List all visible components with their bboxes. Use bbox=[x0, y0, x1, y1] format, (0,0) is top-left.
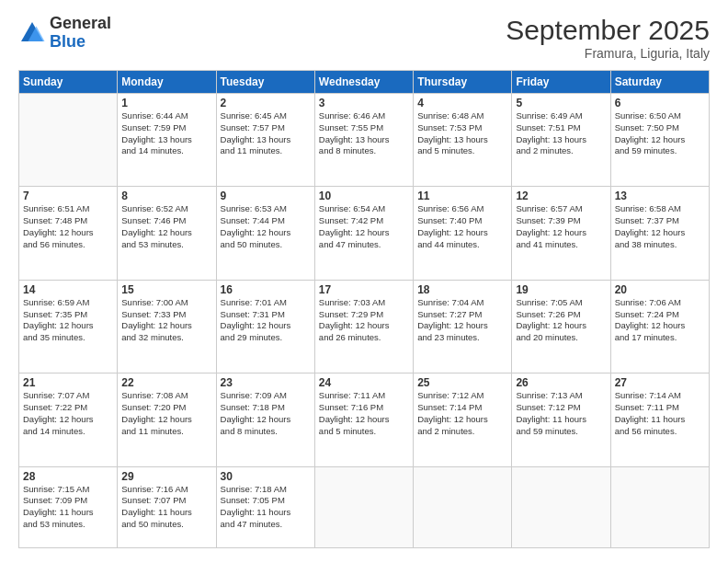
calendar-cell: 20Sunrise: 7:06 AMSunset: 7:24 PMDayligh… bbox=[610, 280, 709, 373]
day-number: 8 bbox=[121, 190, 211, 202]
day-number: 10 bbox=[319, 190, 409, 202]
calendar-cell: 3Sunrise: 6:46 AMSunset: 7:55 PMDaylight… bbox=[314, 94, 413, 187]
calendar-cell: 30Sunrise: 7:18 AMSunset: 7:05 PMDayligh… bbox=[216, 466, 314, 547]
logo-text: General Blue bbox=[50, 15, 111, 52]
day-info: Sunrise: 6:44 AMSunset: 7:59 PMDaylight:… bbox=[121, 110, 211, 157]
logo-icon bbox=[18, 19, 46, 47]
day-info: Sunrise: 6:48 AMSunset: 7:53 PMDaylight:… bbox=[417, 110, 507, 157]
day-number: 21 bbox=[23, 376, 113, 389]
calendar-cell: 12Sunrise: 6:57 AMSunset: 7:39 PMDayligh… bbox=[512, 187, 610, 280]
calendar-cell: 14Sunrise: 6:59 AMSunset: 7:35 PMDayligh… bbox=[19, 280, 118, 373]
location-subtitle: Framura, Liguria, Italy bbox=[506, 46, 710, 61]
calendar-cell: 1Sunrise: 6:44 AMSunset: 7:59 PMDaylight… bbox=[118, 94, 216, 187]
day-info: Sunrise: 7:06 AMSunset: 7:24 PMDaylight:… bbox=[615, 297, 705, 344]
day-number: 2 bbox=[221, 97, 311, 109]
calendar-cell: 24Sunrise: 7:11 AMSunset: 7:16 PMDayligh… bbox=[314, 373, 413, 466]
day-info: Sunrise: 7:12 AMSunset: 7:14 PMDaylight:… bbox=[417, 390, 507, 437]
calendar-cell bbox=[19, 94, 118, 187]
day-number: 30 bbox=[221, 470, 311, 483]
weekday-header-sunday: Sunday bbox=[19, 71, 118, 94]
day-number: 25 bbox=[417, 376, 507, 389]
day-info: Sunrise: 7:07 AMSunset: 7:22 PMDaylight:… bbox=[23, 390, 113, 437]
weekday-header-row: SundayMondayTuesdayWednesdayThursdayFrid… bbox=[19, 71, 710, 94]
day-number: 9 bbox=[221, 190, 311, 202]
day-info: Sunrise: 7:18 AMSunset: 7:05 PMDaylight:… bbox=[221, 484, 311, 531]
day-info: Sunrise: 6:49 AMSunset: 7:51 PMDaylight:… bbox=[516, 110, 606, 157]
day-number: 18 bbox=[417, 283, 507, 296]
day-number: 17 bbox=[319, 283, 409, 296]
calendar-cell: 17Sunrise: 7:03 AMSunset: 7:29 PMDayligh… bbox=[314, 280, 413, 373]
calendar-cell: 9Sunrise: 6:53 AMSunset: 7:44 PMDaylight… bbox=[216, 187, 314, 280]
day-number: 22 bbox=[121, 376, 211, 389]
month-title: September 2025 bbox=[506, 15, 710, 46]
week-row-3: 14Sunrise: 6:59 AMSunset: 7:35 PMDayligh… bbox=[19, 280, 710, 373]
week-row-1: 1Sunrise: 6:44 AMSunset: 7:59 PMDaylight… bbox=[19, 94, 710, 187]
day-info: Sunrise: 6:51 AMSunset: 7:48 PMDaylight:… bbox=[23, 203, 113, 250]
day-number: 11 bbox=[417, 190, 507, 202]
day-number: 28 bbox=[23, 470, 113, 483]
weekday-header-wednesday: Wednesday bbox=[314, 71, 413, 94]
weekday-header-tuesday: Tuesday bbox=[216, 71, 314, 94]
calendar-cell bbox=[512, 466, 610, 547]
day-info: Sunrise: 6:58 AMSunset: 7:37 PMDaylight:… bbox=[615, 203, 705, 250]
calendar-cell bbox=[414, 466, 512, 547]
day-number: 5 bbox=[516, 97, 606, 109]
day-info: Sunrise: 6:56 AMSunset: 7:40 PMDaylight:… bbox=[417, 203, 507, 250]
calendar-cell: 8Sunrise: 6:52 AMSunset: 7:46 PMDaylight… bbox=[118, 187, 216, 280]
calendar-cell: 18Sunrise: 7:04 AMSunset: 7:27 PMDayligh… bbox=[414, 280, 512, 373]
logo-blue: Blue bbox=[50, 32, 85, 51]
day-info: Sunrise: 7:16 AMSunset: 7:07 PMDaylight:… bbox=[121, 484, 211, 531]
day-info: Sunrise: 7:01 AMSunset: 7:31 PMDaylight:… bbox=[221, 297, 311, 344]
day-number: 7 bbox=[23, 190, 113, 202]
calendar-cell: 23Sunrise: 7:09 AMSunset: 7:18 PMDayligh… bbox=[216, 373, 314, 466]
day-number: 6 bbox=[615, 97, 705, 109]
day-info: Sunrise: 7:08 AMSunset: 7:20 PMDaylight:… bbox=[121, 390, 211, 437]
calendar-cell: 29Sunrise: 7:16 AMSunset: 7:07 PMDayligh… bbox=[118, 466, 216, 547]
day-info: Sunrise: 7:00 AMSunset: 7:33 PMDaylight:… bbox=[121, 297, 211, 344]
day-info: Sunrise: 6:59 AMSunset: 7:35 PMDaylight:… bbox=[23, 297, 113, 344]
day-info: Sunrise: 7:13 AMSunset: 7:12 PMDaylight:… bbox=[516, 390, 606, 437]
calendar-cell: 7Sunrise: 6:51 AMSunset: 7:48 PMDaylight… bbox=[19, 187, 118, 280]
day-number: 1 bbox=[121, 97, 211, 109]
day-number: 15 bbox=[121, 283, 211, 296]
day-info: Sunrise: 7:14 AMSunset: 7:11 PMDaylight:… bbox=[615, 390, 705, 437]
calendar-body: 1Sunrise: 6:44 AMSunset: 7:59 PMDaylight… bbox=[19, 94, 710, 548]
week-row-5: 28Sunrise: 7:15 AMSunset: 7:09 PMDayligh… bbox=[19, 466, 710, 547]
day-number: 3 bbox=[319, 97, 409, 109]
day-number: 4 bbox=[417, 97, 507, 109]
calendar-cell bbox=[314, 466, 413, 547]
day-number: 24 bbox=[319, 376, 409, 389]
calendar-cell: 10Sunrise: 6:54 AMSunset: 7:42 PMDayligh… bbox=[314, 187, 413, 280]
week-row-2: 7Sunrise: 6:51 AMSunset: 7:48 PMDaylight… bbox=[19, 187, 710, 280]
page: General Blue September 2025 Framura, Lig… bbox=[0, 0, 728, 563]
calendar-cell: 22Sunrise: 7:08 AMSunset: 7:20 PMDayligh… bbox=[118, 373, 216, 466]
day-info: Sunrise: 6:52 AMSunset: 7:46 PMDaylight:… bbox=[121, 203, 211, 250]
calendar-cell: 16Sunrise: 7:01 AMSunset: 7:31 PMDayligh… bbox=[216, 280, 314, 373]
calendar-cell: 19Sunrise: 7:05 AMSunset: 7:26 PMDayligh… bbox=[512, 280, 610, 373]
day-number: 13 bbox=[615, 190, 705, 202]
calendar-cell: 2Sunrise: 6:45 AMSunset: 7:57 PMDaylight… bbox=[216, 94, 314, 187]
day-number: 23 bbox=[221, 376, 311, 389]
day-info: Sunrise: 7:05 AMSunset: 7:26 PMDaylight:… bbox=[516, 297, 606, 344]
calendar-cell: 6Sunrise: 6:50 AMSunset: 7:50 PMDaylight… bbox=[610, 94, 709, 187]
calendar-cell: 21Sunrise: 7:07 AMSunset: 7:22 PMDayligh… bbox=[19, 373, 118, 466]
day-number: 26 bbox=[516, 376, 606, 389]
calendar-table: SundayMondayTuesdayWednesdayThursdayFrid… bbox=[18, 70, 710, 548]
day-info: Sunrise: 6:50 AMSunset: 7:50 PMDaylight:… bbox=[615, 110, 705, 157]
calendar-cell: 28Sunrise: 7:15 AMSunset: 7:09 PMDayligh… bbox=[19, 466, 118, 547]
calendar-cell: 25Sunrise: 7:12 AMSunset: 7:14 PMDayligh… bbox=[414, 373, 512, 466]
calendar-cell: 5Sunrise: 6:49 AMSunset: 7:51 PMDaylight… bbox=[512, 94, 610, 187]
day-info: Sunrise: 7:09 AMSunset: 7:18 PMDaylight:… bbox=[221, 390, 311, 437]
day-number: 16 bbox=[221, 283, 311, 296]
day-number: 20 bbox=[615, 283, 705, 296]
calendar-cell: 11Sunrise: 6:56 AMSunset: 7:40 PMDayligh… bbox=[414, 187, 512, 280]
day-info: Sunrise: 6:45 AMSunset: 7:57 PMDaylight:… bbox=[221, 110, 311, 157]
day-number: 12 bbox=[516, 190, 606, 202]
weekday-header-monday: Monday bbox=[118, 71, 216, 94]
weekday-header-thursday: Thursday bbox=[414, 71, 512, 94]
day-info: Sunrise: 6:54 AMSunset: 7:42 PMDaylight:… bbox=[319, 203, 409, 250]
day-info: Sunrise: 7:04 AMSunset: 7:27 PMDaylight:… bbox=[417, 297, 507, 344]
day-info: Sunrise: 7:03 AMSunset: 7:29 PMDaylight:… bbox=[319, 297, 409, 344]
day-number: 14 bbox=[23, 283, 113, 296]
day-info: Sunrise: 6:46 AMSunset: 7:55 PMDaylight:… bbox=[319, 110, 409, 157]
